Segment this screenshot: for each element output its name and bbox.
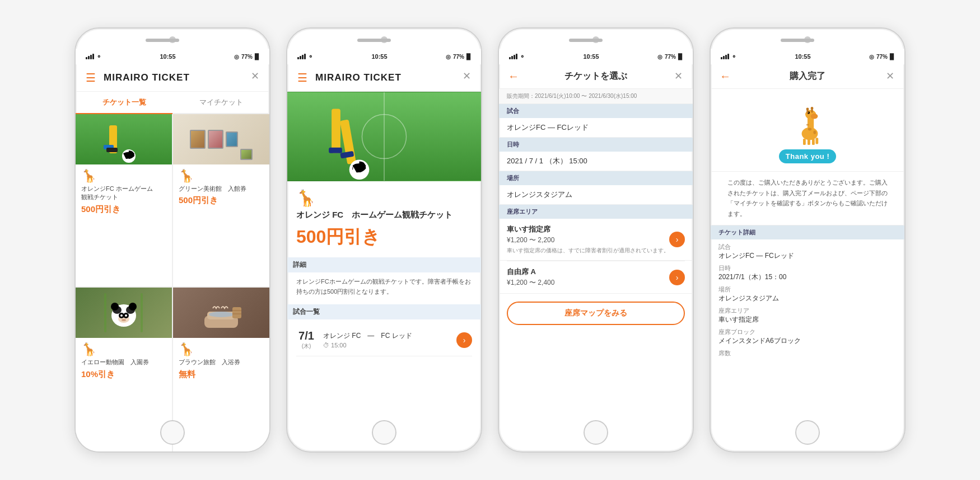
detail-label-place: 場所 xyxy=(499,171,693,185)
p2-ticket-title: オレンジ FC ホームゲーム観戦チケット xyxy=(296,210,472,220)
detail-section-text: オレンジFCホームゲームの観戦チケットです。障害者手帳をお持ちの方は500円割引… xyxy=(296,277,472,297)
p4-seat-area-group: 座席エリア 車いす指定席 xyxy=(718,307,897,324)
phone-home-3[interactable] xyxy=(584,420,608,445)
svg-rect-28 xyxy=(332,109,340,153)
svg-point-36 xyxy=(811,114,818,119)
phone-home-1[interactable] xyxy=(160,420,185,445)
location-icon-4: ◎ xyxy=(869,54,874,60)
sb1-4 xyxy=(721,57,722,59)
sb3 xyxy=(302,55,304,59)
tab-my-ticket[interactable]: マイチケット xyxy=(172,92,269,113)
seat-select-btn-1[interactable]: › xyxy=(669,232,685,247)
soccer-image-svg xyxy=(76,114,172,164)
card-museum-image xyxy=(173,114,269,164)
back-arrow-4[interactable]: ← xyxy=(720,70,731,83)
svg-point-12 xyxy=(120,314,123,317)
card-hotel-info: 🦒 ブラウン旅館 入浴券 無料 xyxy=(173,338,269,451)
battery-4: 77% xyxy=(876,54,888,60)
detail-value-place: オレンジスタジアム xyxy=(499,185,693,205)
card-museum-info: 🦒 グリーン美術館 入館券 500円引き xyxy=(173,164,269,286)
p2-header: ☰ MIRAIRO TICKET xyxy=(287,64,481,92)
card-hotel-name: ブラウン旅館 入浴券 xyxy=(179,358,264,366)
status-right-3: ◎ 77% ▉ xyxy=(657,54,683,60)
close-button-4[interactable]: ✕ xyxy=(886,70,894,82)
close-button-3[interactable]: ✕ xyxy=(674,70,683,82)
card-hotel[interactable]: 🦒 ブラウン旅館 入浴券 無料 xyxy=(173,288,269,451)
battery-icon-2: ▉ xyxy=(466,54,471,60)
match-teams: オレンジ FC — FC レッド xyxy=(323,331,450,341)
seat-option-1[interactable]: 車いす指定席 ¥1,200 〜 2,200 車いす指定席の価格は、すでに障害者割… xyxy=(499,219,693,261)
card-museum[interactable]: 🦒 グリーン美術館 入館券 500円引き xyxy=(173,114,269,286)
p4-val-match: オレンジFC — FCレッド xyxy=(718,251,897,261)
detail-label-match: 試合 xyxy=(499,104,693,118)
p4-val-seat-block: メインスタンドA6ブロック xyxy=(718,336,897,346)
phone-speaker-3 xyxy=(569,39,603,42)
sb2-4 xyxy=(723,56,725,59)
painting-3 xyxy=(226,131,238,147)
p4-count-group: 席数 xyxy=(718,349,897,357)
ticket-detail-label: チケット詳細 xyxy=(711,225,904,239)
p4-key-match: 試合 xyxy=(718,243,897,251)
detail-value-match: オレンジFC — FCレッド xyxy=(499,118,693,138)
battery-3: 77% xyxy=(665,54,676,60)
sb3-3 xyxy=(514,55,515,59)
phone-speaker-1 xyxy=(146,39,179,42)
match-arrow[interactable]: › xyxy=(456,332,472,348)
p3-nav: ← チケットを選ぶ xyxy=(499,64,693,89)
p1-tabs: チケット一覧 マイチケット xyxy=(76,92,269,114)
match-time: ⏱ 15:00 xyxy=(323,342,450,349)
hotel-svg xyxy=(193,290,249,335)
status-right-4: ◎ 77% ▉ xyxy=(869,54,894,60)
giraffe-icon-hotel: 🦒 xyxy=(179,342,264,357)
card-soccer[interactable]: 🦒 オレンジFC ホームゲーム観戦チケット 500円引き xyxy=(76,114,172,286)
wifi-icon-1: ⚬ xyxy=(96,53,101,60)
card-soccer-image xyxy=(76,114,172,164)
tab-ticket-list[interactable]: チケット一覧 xyxy=(76,92,172,114)
hamburger-icon-2[interactable]: ☰ xyxy=(297,71,307,84)
seat-option-2[interactable]: 自由席 A ¥1,200 〜 2,400 › xyxy=(499,261,693,294)
svg-rect-22 xyxy=(232,307,241,318)
seat-name-2: 自由席 A xyxy=(507,267,669,277)
match-row-1[interactable]: 7/1 (木) オレンジ FC — FC レッド ⏱ 15:00 › xyxy=(296,324,472,356)
p3-nav-title: チケットを選ぶ xyxy=(525,70,667,82)
panda-svg xyxy=(101,293,146,332)
status-left-4: ⚬ xyxy=(721,53,736,60)
sb4-4 xyxy=(727,54,729,59)
card-soccer-info: 🦒 オレンジFC ホームゲーム観戦チケット 500円引き xyxy=(76,164,172,286)
close-button-1[interactable]: ✕ xyxy=(251,70,259,82)
battery-icon-4: ▉ xyxy=(890,54,894,60)
phone-2-content: ☰ MIRAIRO TICKET xyxy=(287,64,481,451)
sb1-3 xyxy=(509,57,511,59)
phone-home-2[interactable] xyxy=(372,420,396,445)
match-weekday: (木) xyxy=(296,342,316,350)
svg-point-42 xyxy=(811,107,814,110)
seat-select-btn-2[interactable]: › xyxy=(669,270,685,285)
phone-home-4[interactable] xyxy=(795,420,820,445)
giraffe-icon-panda: 🦒 xyxy=(81,342,166,357)
app-title-1: MIRAIRO TICKET xyxy=(104,72,190,83)
signal-bars-3 xyxy=(509,54,517,59)
sb2-3 xyxy=(511,56,513,59)
svg-point-40 xyxy=(806,108,809,111)
phone-4: ⚬ 10:55 ◎ 77% ▉ ✕ ← 購入完了 xyxy=(710,27,906,453)
wifi-icon-3: ⚬ xyxy=(520,53,525,60)
painting-1 xyxy=(190,130,206,149)
thankyou-text-block: この度は、ご購入いただきありがとうございます。ご購入されたチケットは、購入完了メ… xyxy=(711,172,904,225)
phone-3: ⚬ 10:55 ◎ 77% ▉ ✕ ← チケットを選ぶ 販売期間：2021/6/… xyxy=(498,27,694,453)
svg-point-15 xyxy=(111,303,119,310)
hamburger-icon-1[interactable]: ☰ xyxy=(86,71,96,84)
close-button-2[interactable]: ✕ xyxy=(463,70,471,82)
p4-datetime-group: 日時 2021/7/1（木）15：00 xyxy=(718,264,897,282)
status-right-1: ◎ 77% ▉ xyxy=(234,54,259,60)
painting-4 xyxy=(240,149,253,160)
seat-map-button[interactable]: 座席マップをみる xyxy=(507,302,685,325)
sb4-3 xyxy=(516,54,517,59)
giraffe-thankyou xyxy=(785,100,830,147)
card-panda[interactable]: 🦒 イエロー動物園 入園券 10%引き xyxy=(76,288,172,451)
back-arrow-3[interactable]: ← xyxy=(508,70,519,83)
thankyou-text: この度は、ご購入いただきありがとうございます。ご購入されたチケットは、購入完了メ… xyxy=(720,177,895,219)
phone-3-content: ← チケットを選ぶ 販売期間：2021/6/1(火)10:00 〜 2021/6… xyxy=(499,64,693,451)
card-soccer-name: オレンジFC ホームゲーム観戦チケット xyxy=(81,185,166,202)
sb4 xyxy=(304,54,306,59)
app-title-2: MIRAIRO TICKET xyxy=(315,72,402,83)
